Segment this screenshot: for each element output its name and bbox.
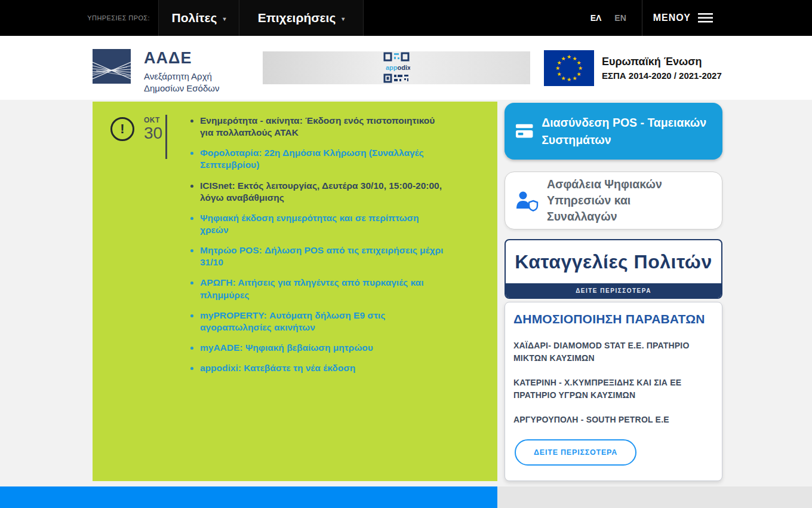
- news-item[interactable]: ICISnet: Εκτός λειτουργίας, Δευτέρα 30/1…: [200, 180, 446, 204]
- svg-text:★: ★: [567, 54, 571, 60]
- news-item[interactable]: myPROPERTY: Αυτόματη δήλωση Ε9 στις αγορ…: [200, 310, 446, 333]
- digital-security-label: Ασφάλεια Ψηφιακών Υπηρεσιών και Συναλλαγ…: [547, 176, 702, 225]
- exclamation-circle-icon: !: [110, 117, 134, 141]
- aade-rays-logo-icon: [93, 49, 131, 84]
- user-shield-icon: [515, 190, 540, 212]
- aade-logo[interactable]: ΑΑΔΕ Ανεξάρτητη Αρχή Δημοσίων Εσόδων: [93, 49, 219, 94]
- chevron-down-icon: ▾: [342, 16, 345, 22]
- citizen-complaints-card[interactable]: Καταγγελίες Πολιτών ΔΕΙΤΕ ΠΕΡΙΣΣΟΤΕΡΑ: [505, 239, 722, 299]
- svg-text:★: ★: [561, 75, 565, 81]
- nav-business-label: Επιχειρήσεις: [258, 11, 336, 25]
- news-panel: ! ΟΚΤ 30 Ενημερότητα - ακίνητα: Έκδοση ε…: [93, 102, 497, 481]
- menu-label: ΜΕΝΟΥ: [653, 13, 691, 23]
- svg-text:appodixi: appodixi: [386, 64, 410, 71]
- svg-text:★: ★: [556, 71, 561, 77]
- aade-homepage: ΥΠΗΡΕΣΙΕΣ ΠΡΟΣ: Πολίτες ▾ Επιχειρήσεις ▾…: [0, 0, 812, 508]
- news-date-month: ΟΚΤ: [144, 116, 162, 124]
- pos-button-label: Διασύνδεση POS - Ταμειακών Συστημάτων: [542, 114, 712, 148]
- eu-text: Ευρωπαϊκή Ένωση ΕΣΠΑ 2014-2020 / 2021-20…: [602, 56, 722, 81]
- violators-title: ΔΗΜΟΣΙΟΠΟΙΗΣΗ ΠΑΡΑΒΑΤΩΝ: [513, 312, 713, 326]
- news-list: Ενημερότητα - ακίνητα: Έκδοση ενός πιστο…: [188, 115, 446, 382]
- news-item[interactable]: myAADE: Ψηφιακή βεβαίωση μητρώου: [200, 342, 446, 354]
- nav-citizens[interactable]: Πολίτες ▾: [158, 0, 239, 36]
- footer-gray-area: [497, 486, 812, 508]
- chevron-down-icon: ▾: [223, 16, 226, 22]
- hamburger-icon: [698, 13, 713, 23]
- violators-disclosure-card: ΔΗΜΟΣΙΟΠΟΙΗΣΗ ΠΑΡΑΒΑΤΩΝ ΧΑΪΔΑΡΙ- DIAMOMO…: [505, 302, 722, 481]
- services-label: ΥΠΗΡΕΣΙΕΣ ΠΡΟΣ:: [0, 0, 158, 36]
- nav-citizens-label: Πολίτες: [172, 11, 217, 25]
- appodixi-banner[interactable]: appodixi: [263, 51, 530, 84]
- menu-button[interactable]: ΜΕΝΟΥ: [642, 0, 722, 36]
- topbar-spacer: [364, 0, 590, 36]
- eu-title: Ευρωπαϊκή Ένωση: [602, 56, 722, 69]
- news-date: ΟΚΤ 30: [144, 116, 162, 142]
- news-item[interactable]: Φορολοταρία: 22η Δημόσια Κλήρωση (Συναλλ…: [200, 147, 446, 171]
- appodixi-qr-logo: appodixi: [383, 52, 410, 84]
- svg-text:★: ★: [561, 56, 565, 62]
- svg-text:★: ★: [576, 60, 581, 66]
- svg-text:★: ★: [572, 75, 577, 81]
- eu-flag: ★★★ ★★★ ★★★ ★★★: [544, 50, 594, 86]
- card-terminal-icon: [515, 123, 536, 140]
- eu-subtitle: ΕΣΠΑ 2014-2020 / 2021-2027: [602, 71, 722, 81]
- news-item[interactable]: Μητρώο POS: Δήλωση POS από τις επιχειρήσ…: [200, 244, 446, 268]
- svg-text:★: ★: [567, 76, 571, 82]
- citizen-complaints-main: Καταγγελίες Πολιτών: [506, 240, 721, 283]
- logo-acronym: ΑΑΔΕ: [144, 50, 219, 66]
- violators-more-button[interactable]: ΔΕΙΤΕ ΠΕΡΙΣΣΟΤΕΡΑ: [515, 439, 636, 466]
- news-item[interactable]: appodixi: Κατεβάστε τη νέα έκδοση: [200, 362, 446, 374]
- nav-business[interactable]: Επιχειρήσεις ▾: [239, 0, 364, 36]
- svg-text:★: ★: [555, 65, 560, 71]
- citizen-complaints-more-label: ΔΕΙΤΕ ΠΕΡΙΣΣΟΤΕΡΑ: [576, 287, 651, 294]
- lang-en-button[interactable]: EN: [614, 13, 626, 23]
- lang-el-button[interactable]: ΕΛ: [590, 13, 602, 23]
- eu-banner[interactable]: ★★★ ★★★ ★★★ ★★★ Ευρωπαϊκή Ένωση ΕΣΠΑ 201…: [544, 50, 722, 86]
- news-item[interactable]: ΑΡΩΓΗ: Αιτήσεις για πληγέντες από πυρκαγ…: [200, 277, 446, 301]
- news-item[interactable]: Ψηφιακή έκδοση ενημερότητας και σε περίπ…: [200, 212, 446, 236]
- site-header: ΑΑΔΕ Ανεξάρτητη Αρχή Δημοσίων Εσόδων: [0, 36, 812, 100]
- violator-entry: ΑΡΓΥΡΟΥΠΟΛΗ - SOUTH PETROL Ε.Ε: [513, 414, 713, 426]
- citizen-complaints-footer[interactable]: ΔΕΙΤΕ ΠΕΡΙΣΣΟΤΕΡΑ: [506, 283, 721, 298]
- footer-accent-bar: [0, 486, 497, 508]
- violators-list: ΧΑΪΔΑΡΙ- DIAMOMOD STAT Ε.Ε. ΠΡΑΤΗΡΙΟ ΜΙΚ…: [513, 339, 713, 426]
- news-date-divider: [165, 115, 167, 159]
- svg-text:★: ★: [576, 71, 581, 77]
- news-item[interactable]: Ενημερότητα - ακίνητα: Έκδοση ενός πιστο…: [200, 115, 446, 139]
- news-date-day: 30: [144, 124, 162, 142]
- violator-entry: ΚΑΤΕΡΙΝΗ - Χ.ΚΥΜΠΡΕΞΙΔΗΣ ΚΑΙ ΣΙΑ ΕΕ ΠΡΑΤ…: [513, 377, 713, 402]
- logo-text: ΑΑΔΕ Ανεξάρτητη Αρχή Δημοσίων Εσόδων: [144, 49, 219, 94]
- digital-security-card[interactable]: Ασφάλεια Ψηφιακών Υπηρεσιών και Συναλλαγ…: [505, 172, 722, 229]
- violator-entry: ΧΑΪΔΑΡΙ- DIAMOMOD STAT Ε.Ε. ΠΡΑΤΗΡΙΟ ΜΙΚ…: [513, 339, 713, 365]
- top-bar: ΥΠΗΡΕΣΙΕΣ ΠΡΟΣ: Πολίτες ▾ Επιχειρήσεις ▾…: [0, 0, 812, 36]
- citizen-complaints-title: Καταγγελίες Πολιτών: [515, 251, 712, 273]
- svg-text:★: ★: [578, 65, 583, 71]
- language-switcher: ΕΛ EN: [590, 0, 626, 36]
- logo-name: Ανεξάρτητη Αρχή Δημοσίων Εσόδων: [144, 71, 219, 94]
- pos-interconnection-button[interactable]: Διασύνδεση POS - Ταμειακών Συστημάτων: [505, 103, 722, 160]
